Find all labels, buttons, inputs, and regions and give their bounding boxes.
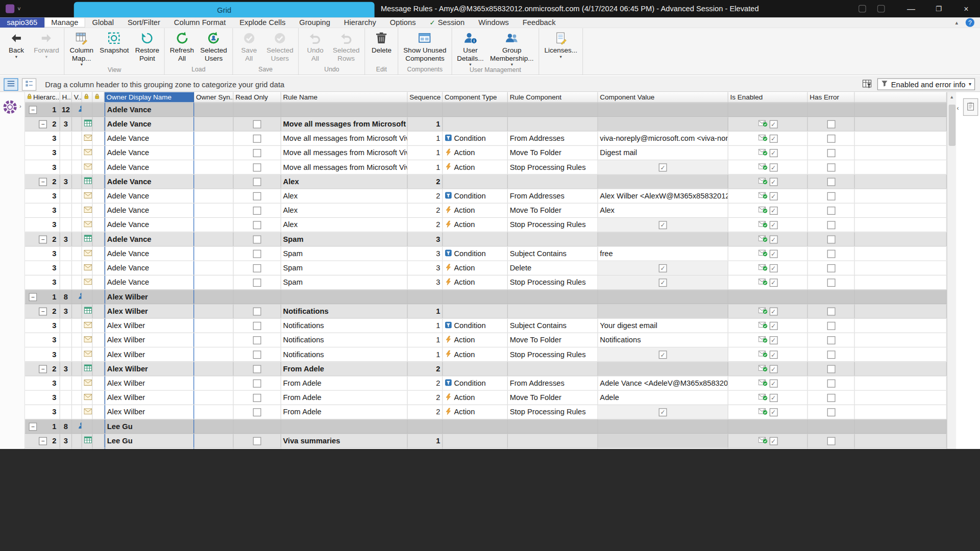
cell-seq[interactable]: 1 bbox=[408, 333, 443, 347]
cell-hier[interactable]: 3 bbox=[25, 405, 60, 419]
cell-readonly[interactable] bbox=[234, 276, 281, 289]
cell-h[interactable] bbox=[60, 405, 72, 419]
cell-filler[interactable] bbox=[855, 132, 947, 145]
cell-lock2[interactable] bbox=[93, 304, 105, 318]
ribbon-tab-session[interactable]: ✓Session bbox=[423, 17, 472, 28]
cell-icon[interactable] bbox=[82, 261, 93, 275]
cell-cval[interactable]: viva-noreply@microsoft.com <viva-noreply bbox=[598, 132, 728, 145]
component-value-checkbox[interactable]: ✓ bbox=[659, 350, 667, 359]
cell-owner[interactable]: Alex Wilber bbox=[105, 377, 194, 390]
ribbon-button-show-unused-components[interactable]: Show Unused Components bbox=[400, 29, 449, 62]
grid-row[interactable]: −23Adele VanceAlex2✓ bbox=[25, 174, 947, 189]
cell-enabled[interactable]: ✓ bbox=[728, 174, 808, 188]
readonly-checkbox[interactable] bbox=[253, 249, 261, 258]
collapse-ribbon-icon[interactable]: ▴ bbox=[955, 19, 959, 26]
has-error-checkbox[interactable] bbox=[827, 350, 835, 359]
cell-v[interactable] bbox=[72, 132, 82, 145]
has-error-checkbox[interactable] bbox=[827, 365, 835, 373]
cell-cval[interactable] bbox=[598, 232, 728, 246]
cell-rcomp[interactable] bbox=[508, 304, 598, 318]
cell-hier[interactable]: 3 bbox=[25, 189, 60, 203]
cell-v[interactable] bbox=[72, 189, 82, 203]
cell-owner[interactable]: Adele Vance bbox=[105, 103, 194, 116]
has-error-checkbox[interactable] bbox=[827, 379, 835, 387]
cell-seq[interactable]: 2 bbox=[408, 218, 443, 232]
cell-h[interactable]: 8 bbox=[60, 419, 72, 433]
grid-row[interactable]: 3Adele VanceSpam3ConditionSubject Contai… bbox=[25, 247, 947, 261]
cell-lock2[interactable] bbox=[93, 117, 105, 131]
cell-cval[interactable]: Your digest email bbox=[598, 448, 728, 449]
cell-hier[interactable]: −1 bbox=[25, 419, 60, 433]
grid-row[interactable]: 3Adele VanceMove all messages from Micro… bbox=[25, 146, 947, 160]
cell-rule[interactable]: Viva summaries bbox=[281, 448, 408, 449]
cell-lock2[interactable] bbox=[93, 405, 105, 419]
cell-ownersync[interactable] bbox=[194, 261, 233, 275]
cell-lock2[interactable] bbox=[93, 174, 105, 188]
cell-h[interactable] bbox=[60, 319, 72, 333]
cell-lock2[interactable] bbox=[93, 448, 105, 449]
ribbon-button-restore-point[interactable]: Restore Point bbox=[132, 29, 163, 62]
cell-v[interactable] bbox=[72, 377, 82, 390]
collapse-row-toggle[interactable]: − bbox=[29, 293, 37, 301]
has-error-checkbox[interactable] bbox=[827, 134, 835, 142]
cell-filler[interactable] bbox=[855, 103, 947, 116]
cell-hier[interactable]: 3 bbox=[25, 218, 60, 232]
cell-enabled[interactable]: ✓ bbox=[728, 232, 808, 246]
cell-hier[interactable]: 3 bbox=[25, 347, 60, 361]
cell-h[interactable]: 3 bbox=[60, 174, 72, 188]
cell-error[interactable] bbox=[808, 304, 855, 318]
cell-lock2[interactable] bbox=[93, 132, 105, 145]
column-header-icon[interactable] bbox=[82, 92, 93, 103]
cell-seq[interactable]: 1 bbox=[408, 319, 443, 333]
cell-ctype[interactable]: Condition bbox=[443, 377, 508, 390]
cell-cval[interactable] bbox=[598, 103, 728, 116]
ribbon-button-selected-rows[interactable]: Selected Rows bbox=[330, 29, 363, 62]
has-error-checkbox[interactable] bbox=[827, 437, 835, 445]
cell-rcomp[interactable]: Delete bbox=[508, 261, 598, 275]
cell-readonly[interactable] bbox=[234, 333, 281, 347]
cell-enabled[interactable]: ✓ bbox=[728, 160, 808, 174]
cell-icon[interactable] bbox=[82, 362, 93, 375]
is-enabled-checkbox[interactable]: ✓ bbox=[769, 379, 777, 387]
cell-cval[interactable]: Alex bbox=[598, 204, 728, 217]
cell-readonly[interactable] bbox=[234, 347, 281, 361]
cell-cval[interactable]: ✓ bbox=[598, 405, 728, 419]
cell-cval[interactable]: Notifications bbox=[598, 333, 728, 347]
view-toggle-detail-button[interactable] bbox=[22, 78, 36, 91]
cell-error[interactable] bbox=[808, 419, 855, 433]
cell-rule[interactable] bbox=[281, 290, 408, 304]
grid-row[interactable]: −23Alex WilberFrom Adele2✓ bbox=[25, 362, 947, 376]
view-filter-dropdown[interactable]: Enabled and error info ▾ bbox=[877, 78, 975, 90]
cell-rule[interactable]: From Adele bbox=[281, 391, 408, 405]
cell-owner[interactable]: Lee Gu bbox=[105, 434, 194, 447]
cell-h[interactable]: 12 bbox=[60, 103, 72, 116]
cell-rule[interactable]: Alex bbox=[281, 174, 408, 188]
cell-hier[interactable]: 3 bbox=[25, 448, 60, 449]
cell-rcomp[interactable] bbox=[508, 117, 598, 131]
cell-filler[interactable] bbox=[855, 419, 947, 433]
ribbon-button-user-details[interactable]: iUser Details...▾ bbox=[454, 29, 487, 66]
vertical-scrollbar[interactable]: ▲ ▼ bbox=[947, 92, 956, 449]
close-button[interactable]: × bbox=[952, 0, 980, 17]
cell-v[interactable] bbox=[72, 391, 82, 405]
cell-filler[interactable] bbox=[855, 117, 947, 131]
cell-hier[interactable]: −1 bbox=[25, 103, 60, 116]
cell-v[interactable] bbox=[72, 347, 82, 361]
ribbon-tab-manage[interactable]: Manage bbox=[44, 17, 85, 28]
column-header-ownersync[interactable]: Owner Syn... bbox=[194, 92, 233, 103]
cell-ownersync[interactable] bbox=[194, 333, 233, 347]
expand-left-panel-chevron-icon[interactable]: › bbox=[19, 103, 21, 109]
cell-ownersync[interactable] bbox=[194, 247, 233, 261]
cell-enabled[interactable]: ✓ bbox=[728, 347, 808, 361]
readonly-checkbox[interactable] bbox=[253, 206, 261, 214]
minimize-button[interactable]: — bbox=[897, 0, 925, 17]
has-error-checkbox[interactable] bbox=[827, 178, 835, 186]
cell-icon[interactable] bbox=[82, 448, 93, 449]
cell-v[interactable] bbox=[72, 160, 82, 174]
cell-hier[interactable]: −2 bbox=[25, 174, 60, 188]
has-error-checkbox[interactable] bbox=[827, 279, 835, 287]
cell-owner[interactable]: Adele Vance bbox=[105, 189, 194, 203]
cell-rule[interactable]: Spam bbox=[281, 247, 408, 261]
collapse-row-toggle[interactable]: − bbox=[39, 437, 47, 445]
is-enabled-checkbox[interactable]: ✓ bbox=[769, 408, 777, 416]
